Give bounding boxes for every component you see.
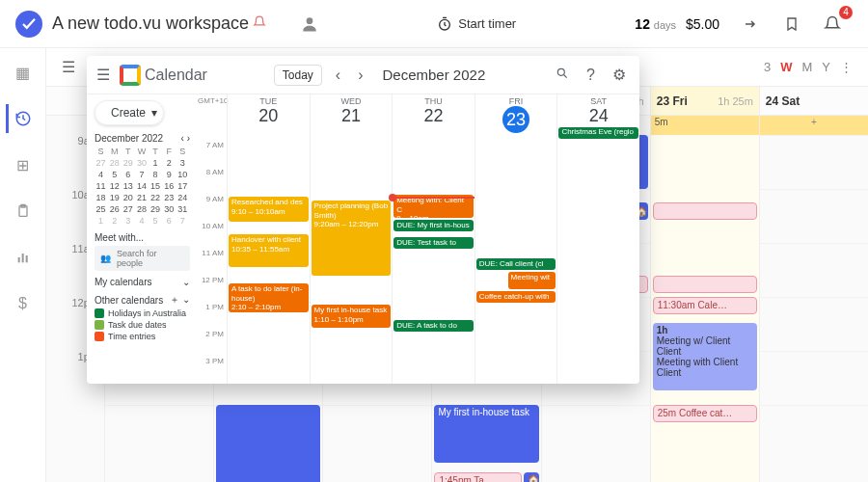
mini-day-cell[interactable]: 28 xyxy=(135,203,148,215)
mini-day-cell[interactable]: 11 xyxy=(95,180,107,192)
alert-bell-icon[interactable] xyxy=(253,15,266,33)
mini-day-cell[interactable]: 1 xyxy=(95,215,107,227)
gcal-help-icon[interactable]: ? xyxy=(583,67,599,84)
mini-day-cell[interactable]: 27 xyxy=(122,203,134,215)
event-cale[interactable]: 11:30am Cale… xyxy=(653,297,757,314)
gcal-create-button[interactable]: Create ▾ xyxy=(95,100,164,125)
meet-search-input[interactable]: 👥 Search for people xyxy=(95,246,190,271)
rail-history-icon[interactable] xyxy=(6,104,38,133)
mini-day-cell[interactable]: 6 xyxy=(122,169,134,180)
mini-day-cell[interactable]: 18 xyxy=(95,192,107,203)
calendar-checkbox[interactable]: Time entries xyxy=(95,332,190,341)
rail-billing-icon[interactable]: $ xyxy=(9,289,38,318)
gcal-next-icon[interactable]: › xyxy=(354,67,366,84)
event-145[interactable]: 1:45pm Ta… xyxy=(434,472,521,482)
mini-day-cell[interactable]: 24 xyxy=(176,192,189,203)
add-event-icon[interactable]: + xyxy=(759,116,868,135)
gcal-event[interactable]: Meeting wit xyxy=(508,272,556,289)
mini-day-cell[interactable]: 8 xyxy=(149,169,162,180)
view-week[interactable]: W xyxy=(780,60,792,74)
mini-day-cell[interactable]: 19 xyxy=(108,192,121,203)
event-first-task[interactable]: My first in-house task xyxy=(434,405,538,463)
event-meeting[interactable]: 1hMeeting w/ Client Client Meeting with … xyxy=(653,323,757,390)
mini-day-cell[interactable]: 25 xyxy=(95,203,107,215)
menu-icon[interactable]: ☰ xyxy=(62,58,75,76)
mini-day-cell[interactable]: 15 xyxy=(149,180,162,192)
mini-day-cell[interactable]: 28 xyxy=(108,157,121,169)
mini-day-cell[interactable]: 7 xyxy=(135,169,148,180)
event-block[interactable] xyxy=(216,405,320,482)
rail-grid-icon[interactable]: ⊞ xyxy=(9,150,38,179)
my-calendars-toggle[interactable]: My calendars⌄ xyxy=(95,277,190,287)
kebab-icon[interactable]: ⋮ xyxy=(840,60,853,74)
mini-day-cell[interactable]: 4 xyxy=(95,169,107,180)
mini-day-cell[interactable]: 30 xyxy=(163,203,176,215)
rail-clipboard-icon[interactable] xyxy=(9,197,38,226)
mini-day-cell[interactable]: 21 xyxy=(135,192,148,203)
gcal-today-button[interactable]: Today xyxy=(274,65,322,86)
mini-day-cell[interactable]: 2 xyxy=(163,157,176,169)
gcal-event[interactable]: A task to do later (in-house) 2:10 – 2:1… xyxy=(229,283,309,312)
gcal-event[interactable]: Project planning (Bob Smith) 9:20am – 12… xyxy=(312,201,392,276)
mini-day-cell[interactable]: 17 xyxy=(176,180,189,192)
mini-day-cell[interactable]: 29 xyxy=(122,157,134,169)
event-coffee[interactable]: 25m Coffee cat… xyxy=(653,405,757,422)
mini-day-cell[interactable]: 5 xyxy=(108,169,121,180)
gcal-event[interactable]: Researched and des 9:10 – 10:10am xyxy=(229,197,309,222)
mini-day-cell[interactable]: 23 xyxy=(163,192,176,203)
mini-day-cell[interactable]: 9 xyxy=(163,169,176,180)
view-month[interactable]: M xyxy=(801,60,812,74)
gcal-event[interactable]: DUE: Test task to see xyxy=(393,237,474,249)
view-year[interactable]: Y xyxy=(822,60,830,74)
gcal-event[interactable]: DUE: Call client (cl xyxy=(476,258,556,270)
start-timer-button[interactable]: Start timer xyxy=(437,16,516,32)
view-3day[interactable]: 3 xyxy=(764,60,771,74)
mini-day-cell[interactable]: 26 xyxy=(108,203,121,215)
calendar-checkbox[interactable]: Holidays in Australia xyxy=(95,308,190,318)
gcal-event[interactable]: My first in-house task 1:10 – 1:10pm xyxy=(312,305,392,328)
other-calendars-toggle[interactable]: Other calendars＋ ⌄ xyxy=(95,293,190,307)
mini-day-cell[interactable]: 5 xyxy=(149,215,162,227)
mini-day-cell[interactable]: 22 xyxy=(149,192,162,203)
mini-day-cell[interactable]: 30 xyxy=(135,157,148,169)
mini-day-cell[interactable]: 14 xyxy=(135,180,148,192)
event-home-icon[interactable]: 🏠 xyxy=(524,472,539,482)
allday-duration[interactable]: 5m xyxy=(650,116,759,135)
mini-day-cell[interactable]: 20 xyxy=(122,192,134,203)
mini-day-cell[interactable]: 3 xyxy=(176,157,189,169)
mini-day-cell[interactable]: 2 xyxy=(108,215,121,227)
mini-day-cell[interactable]: 10 xyxy=(176,169,189,180)
mini-day-cell[interactable]: 4 xyxy=(135,215,148,227)
rail-chart-icon[interactable] xyxy=(9,243,38,272)
app-logo[interactable] xyxy=(15,11,42,38)
calendar-checkbox[interactable]: Task due dates xyxy=(95,320,190,330)
user-icon[interactable] xyxy=(295,10,324,39)
notification-bell-icon[interactable]: 4 xyxy=(818,10,847,39)
mini-next-icon[interactable]: › xyxy=(187,133,190,144)
event-pill[interactable] xyxy=(653,276,757,293)
mini-day-cell[interactable]: 3 xyxy=(122,215,134,227)
mini-day-cell[interactable]: 27 xyxy=(95,157,107,169)
gcal-event[interactable]: DUE: My first in-hous xyxy=(393,220,474,231)
rail-dashboard-icon[interactable]: ▦ xyxy=(9,58,38,87)
mini-day-cell[interactable]: 29 xyxy=(149,203,162,215)
mini-prev-icon[interactable]: ‹ xyxy=(181,133,184,144)
gcal-menu-icon[interactable]: ☰ xyxy=(96,66,110,84)
gcal-allday-event[interactable]: Christmas Eve (regio xyxy=(558,127,638,139)
gcal-settings-icon[interactable]: ⚙ xyxy=(609,66,630,84)
bookmark-icon[interactable] xyxy=(777,10,806,39)
gcal-event[interactable]: DUE: A task to do late xyxy=(393,320,474,332)
mini-day-cell[interactable]: 6 xyxy=(163,215,176,227)
mini-day-cell[interactable]: 1 xyxy=(149,157,162,169)
logout-icon[interactable] xyxy=(737,10,766,39)
mini-day-cell[interactable]: 31 xyxy=(176,203,189,215)
gcal-search-icon[interactable] xyxy=(552,67,573,84)
mini-day-cell[interactable]: 13 xyxy=(122,180,134,192)
event-pill[interactable] xyxy=(653,202,757,220)
gcal-prev-icon[interactable]: ‹ xyxy=(332,67,344,84)
mini-day-cell[interactable]: 12 xyxy=(108,180,121,192)
gcal-event[interactable]: Coffee catch-up with xyxy=(476,291,556,303)
mini-day-cell[interactable]: 16 xyxy=(163,180,176,192)
mini-day-cell[interactable]: 7 xyxy=(176,215,189,227)
gcal-event[interactable]: Handover with client 10:35 – 11:55am xyxy=(229,234,309,267)
